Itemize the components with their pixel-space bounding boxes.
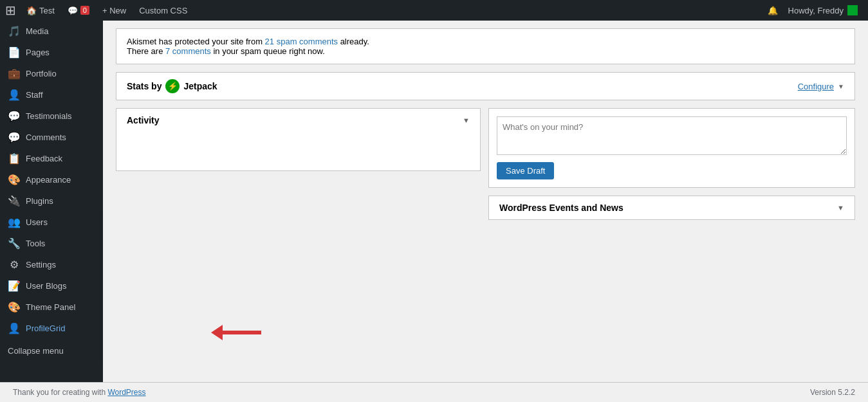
sidebar-item-feedback[interactable]: 📋 Feedback xyxy=(0,148,103,169)
sidebar-item-media[interactable]: 🎵 Media xyxy=(0,21,103,42)
custom-css-link[interactable]: Custom CSS xyxy=(134,0,192,21)
arrow-head xyxy=(211,325,223,340)
activity-title: Activity xyxy=(127,115,160,125)
sidebar-item-theme-panel[interactable]: 🎨 Theme Panel xyxy=(0,297,103,318)
users-icon: 👥 xyxy=(8,216,21,228)
akismet-spam-link[interactable]: 21 spam comments xyxy=(265,37,338,46)
home-icon: 🏠 xyxy=(26,6,37,15)
two-col-layout: Activity ▼ Save Draft WordPr xyxy=(116,108,855,220)
stats-left: Stats by ⚡ Jetpack xyxy=(127,79,217,93)
bell-icon: 🔔 xyxy=(768,6,778,15)
akismet-comments-link[interactable]: 7 comments xyxy=(165,46,211,56)
wp-footer-link[interactable]: WordPress xyxy=(107,388,145,397)
akismet-line1: Akismet has protected your site from 21 … xyxy=(127,37,844,46)
wp-events-panel: WordPress Events and News ▼ xyxy=(488,196,855,220)
footer-bar: Thank you for creating with WordPress Ve… xyxy=(0,382,868,402)
version-text: Version 5.2.2 xyxy=(810,388,855,397)
notifications-button[interactable]: 🔔 xyxy=(762,0,783,21)
akismet-notice: Akismet has protected your site from 21 … xyxy=(116,28,855,64)
plugins-icon: 🔌 xyxy=(8,195,21,207)
sidebar-item-settings[interactable]: ⚙ Settings xyxy=(0,254,103,275)
akismet-line2: There are 7 comments in your spam queue … xyxy=(127,46,844,56)
sidebar-item-pages[interactable]: 📄 Pages xyxy=(0,42,103,63)
configure-link[interactable]: Configure xyxy=(798,82,834,91)
wp-events-title: WordPress Events and News xyxy=(499,203,623,213)
admin-bar: ⊞ 🏠 Test 💬 0 + New Custom CSS 🔔 Howdy, F… xyxy=(0,0,868,21)
wp-events-chevron-icon[interactable]: ▼ xyxy=(837,204,844,212)
media-icon: 🎵 xyxy=(8,25,21,37)
sidebar-item-users[interactable]: 👥 Users xyxy=(0,212,103,233)
user-blogs-icon: 📝 xyxy=(8,280,21,292)
collapse-menu-button[interactable]: Collapse menu xyxy=(0,342,103,360)
avatar xyxy=(847,5,858,15)
whats-on-mind-input[interactable] xyxy=(497,116,847,155)
wp-logo-icon[interactable]: ⊞ xyxy=(5,3,16,18)
sidebar-item-tools[interactable]: 🔧 Tools xyxy=(0,233,103,254)
whats-on-mind-widget: Save Draft xyxy=(488,108,855,188)
col-right: Save Draft WordPress Events and News ▼ xyxy=(488,108,855,220)
arrow-body xyxy=(223,331,261,334)
settings-icon: ⚙ xyxy=(8,259,21,271)
comments-icon: 💬 xyxy=(8,131,21,143)
sidebar-item-testimonials[interactable]: 💬 Testimonials xyxy=(0,105,103,127)
pages-icon: 📄 xyxy=(8,46,21,59)
appearance-icon: 🎨 xyxy=(8,174,21,186)
col-left: Activity ▼ xyxy=(116,108,481,220)
site-name-link[interactable]: 🏠 Test xyxy=(21,0,60,21)
save-draft-button[interactable]: Save Draft xyxy=(497,162,554,179)
arrow-indicator xyxy=(211,325,261,340)
sidebar-item-user-blogs[interactable]: 📝 User Blogs xyxy=(0,275,103,297)
sidebar-item-comments[interactable]: 💬 Comments xyxy=(0,127,103,148)
sidebar-item-appearance[interactable]: 🎨 Appearance xyxy=(0,169,103,190)
jetpack-icon: ⚡ xyxy=(165,79,180,93)
sidebar-item-profilegrid[interactable]: 👤 ProfileGrid xyxy=(0,318,103,339)
comments-link[interactable]: 💬 0 xyxy=(62,0,95,21)
sidebar-item-staff[interactable]: 👤 Staff xyxy=(0,84,103,105)
admin-bar-right: 🔔 Howdy, Freddy xyxy=(762,0,863,21)
sidebar: 🎵 Media 📄 Pages 💼 Portfolio 👤 Staff 💬 Te… xyxy=(0,21,103,382)
tools-icon: 🔧 xyxy=(8,237,21,250)
footer-text: Thank you for creating with WordPress xyxy=(13,388,146,397)
jetpack-label: Jetpack xyxy=(183,81,217,91)
portfolio-icon: 💼 xyxy=(8,68,21,80)
feedback-icon: 📋 xyxy=(8,152,21,165)
activity-panel-header: Activity ▼ xyxy=(116,109,480,132)
activity-panel: Activity ▼ xyxy=(116,108,481,171)
sidebar-item-plugins[interactable]: 🔌 Plugins xyxy=(0,190,103,212)
new-content-button[interactable]: + New xyxy=(97,0,131,21)
stats-chevron-icon[interactable]: ▼ xyxy=(838,83,844,90)
sidebar-item-portfolio[interactable]: 💼 Portfolio xyxy=(0,63,103,84)
activity-panel-body xyxy=(116,132,480,170)
staff-icon: 👤 xyxy=(8,89,21,101)
stats-right: Configure ▼ xyxy=(798,82,844,91)
stats-bar: Stats by ⚡ Jetpack Configure ▼ xyxy=(116,72,855,100)
activity-chevron-icon[interactable]: ▼ xyxy=(463,116,470,124)
comment-count-badge: 0 xyxy=(80,6,89,15)
comment-bubble-icon: 💬 xyxy=(68,6,78,15)
theme-panel-icon: 🎨 xyxy=(8,301,21,313)
testimonials-icon: 💬 xyxy=(8,110,21,122)
main-layout: 🎵 Media 📄 Pages 💼 Portfolio 👤 Staff 💬 Te… xyxy=(0,21,868,382)
profilegrid-icon: 👤 xyxy=(8,322,21,334)
wp-events-header: WordPress Events and News ▼ xyxy=(489,196,854,219)
howdy-menu[interactable]: Howdy, Freddy xyxy=(783,5,863,15)
